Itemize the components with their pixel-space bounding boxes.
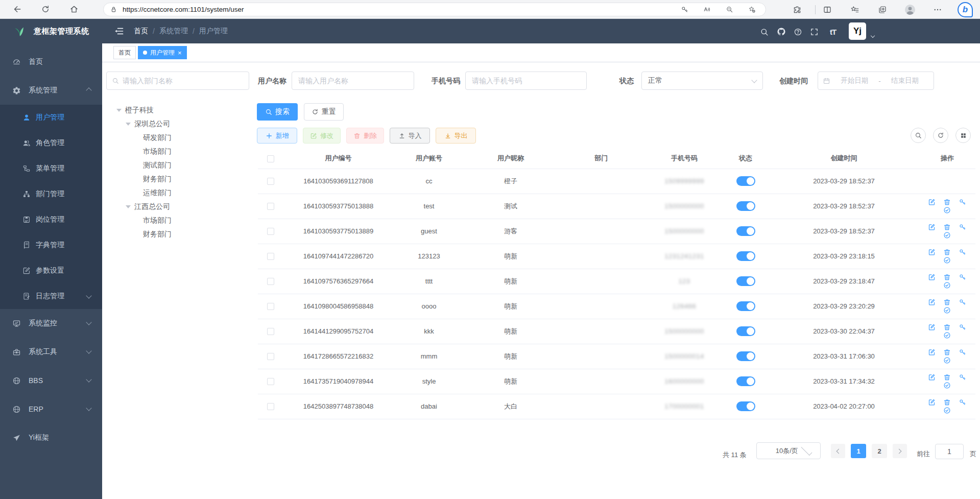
next-page-button[interactable]: [893, 444, 907, 458]
sidebar-item-parameters[interactable]: 参数设置: [0, 258, 102, 283]
toggle-search-icon[interactable]: [911, 128, 926, 143]
tree-node-label[interactable]: 橙子科技: [125, 106, 154, 115]
row-checkbox[interactable]: [267, 303, 274, 310]
delete-user-icon[interactable]: [943, 198, 951, 206]
status-toggle[interactable]: [736, 376, 755, 386]
status-toggle[interactable]: [736, 401, 755, 411]
app-logo[interactable]: 意框架管理系统: [0, 19, 102, 43]
edit-user-icon[interactable]: [928, 348, 936, 357]
sidebar-item-departments[interactable]: 部门管理: [0, 181, 102, 207]
row-checkbox[interactable]: [267, 178, 274, 185]
tree-node-label[interactable]: 市场部门: [143, 147, 172, 156]
tree-node[interactable]: 市场部门: [102, 213, 255, 227]
delete-user-icon[interactable]: [943, 248, 951, 256]
reset-password-icon[interactable]: [959, 323, 967, 331]
status-toggle[interactable]: [736, 301, 755, 311]
delete-user-icon[interactable]: [943, 323, 951, 331]
date-range-picker[interactable]: 开始日期 - 结束日期: [818, 72, 934, 90]
assign-role-icon[interactable]: [943, 231, 951, 240]
fullscreen-icon[interactable]: [808, 26, 820, 38]
row-checkbox[interactable]: [267, 353, 274, 360]
refresh-table-icon[interactable]: [933, 128, 948, 143]
help-icon[interactable]: [792, 26, 804, 38]
breadcrumb-home[interactable]: 首页: [134, 27, 148, 36]
header-search-icon[interactable]: [758, 26, 770, 38]
delete-button[interactable]: 删除: [346, 128, 384, 144]
font-size-icon[interactable]: tT: [827, 26, 839, 38]
favorite-add-icon[interactable]: [744, 4, 759, 16]
tree-node[interactable]: 橙子科技: [102, 103, 255, 117]
browser-menu-icon[interactable]: [930, 2, 945, 17]
sidebar-item-dictionary[interactable]: 字典管理: [0, 232, 102, 258]
page-button-1[interactable]: 1: [851, 444, 866, 458]
tree-node[interactable]: 研发部门: [102, 131, 255, 145]
assign-role-icon[interactable]: [943, 206, 951, 215]
sidebar-item-logs[interactable]: 日志管理: [0, 283, 102, 309]
page-size-select[interactable]: 10条/页: [756, 442, 821, 459]
date-start-placeholder[interactable]: 开始日期: [830, 76, 878, 85]
delete-user-icon[interactable]: [943, 398, 951, 407]
edit-user-icon[interactable]: [928, 223, 936, 231]
modify-button[interactable]: 修改: [303, 128, 341, 144]
tree-node[interactable]: 财务部门: [102, 172, 255, 186]
assign-role-icon[interactable]: [943, 306, 951, 315]
sidebar-item-monitor[interactable]: 系统监控: [0, 309, 102, 338]
assign-role-icon[interactable]: [943, 357, 951, 365]
search-button[interactable]: 搜索: [257, 103, 298, 121]
read-aloud-icon[interactable]: [699, 4, 714, 16]
copilot-icon[interactable]: b: [958, 2, 973, 17]
phone-input[interactable]: [465, 72, 587, 90]
username-input[interactable]: [292, 72, 414, 90]
column-settings-icon[interactable]: [955, 128, 971, 143]
reset-password-icon[interactable]: [959, 298, 967, 306]
page-button-2[interactable]: 2: [872, 444, 887, 458]
browser-refresh-icon[interactable]: [37, 2, 54, 17]
zoom-out-icon[interactable]: [722, 4, 737, 16]
select-all-checkbox[interactable]: [267, 155, 274, 162]
status-toggle[interactable]: [736, 226, 755, 236]
edit-user-icon[interactable]: [928, 273, 936, 281]
address-bar[interactable]: https://ccnetcore.com:1101/system/user: [103, 3, 766, 16]
reset-password-icon[interactable]: [959, 398, 967, 407]
tree-node-label[interactable]: 测试部门: [143, 161, 172, 170]
tree-node[interactable]: 市场部门: [102, 145, 255, 158]
sidebar-item-system[interactable]: 系统管理: [0, 76, 102, 105]
import-button[interactable]: 导入: [390, 128, 430, 144]
row-checkbox[interactable]: [267, 278, 274, 285]
status-toggle[interactable]: [736, 326, 755, 336]
export-button[interactable]: 导出: [436, 128, 476, 144]
browser-profile-avatar[interactable]: [902, 2, 918, 17]
reset-password-icon[interactable]: [959, 223, 967, 231]
github-icon[interactable]: [775, 26, 787, 38]
edit-user-icon[interactable]: [928, 398, 936, 407]
tree-node-label[interactable]: 研发部门: [143, 133, 172, 142]
status-toggle[interactable]: [736, 251, 755, 261]
status-toggle[interactable]: [736, 276, 755, 286]
tree-caret-icon[interactable]: [126, 205, 131, 208]
tree-node[interactable]: 测试部门: [102, 158, 255, 172]
status-select[interactable]: 正常: [641, 72, 763, 90]
browser-back-icon[interactable]: [8, 2, 26, 17]
url-text[interactable]: https://ccnetcore.com:1101/system/user: [123, 6, 677, 13]
extensions-icon[interactable]: [790, 2, 805, 17]
row-checkbox[interactable]: [267, 253, 274, 260]
sidebar-item-erp[interactable]: ERP: [0, 395, 102, 423]
sidebar-item-tools[interactable]: 系统工具: [0, 338, 102, 366]
reset-button[interactable]: 重置: [304, 103, 344, 121]
reset-password-icon[interactable]: [959, 348, 967, 357]
favorites-bar-icon[interactable]: [847, 2, 863, 17]
row-checkbox[interactable]: [267, 203, 274, 210]
reset-password-icon[interactable]: [959, 373, 967, 382]
tree-node-label[interactable]: 市场部门: [143, 216, 172, 225]
password-key-icon[interactable]: [677, 4, 692, 16]
status-toggle[interactable]: [736, 176, 755, 186]
reset-password-icon[interactable]: [959, 248, 967, 256]
status-toggle[interactable]: [736, 351, 755, 361]
date-end-placeholder[interactable]: 结束日期: [881, 76, 929, 85]
prev-page-button[interactable]: [831, 444, 845, 458]
tree-node-label[interactable]: 江西总公司: [134, 202, 170, 211]
assign-role-icon[interactable]: [943, 407, 951, 415]
reset-password-icon[interactable]: [959, 273, 967, 281]
close-tab-icon[interactable]: ×: [178, 50, 182, 56]
edit-user-icon[interactable]: [928, 298, 936, 306]
